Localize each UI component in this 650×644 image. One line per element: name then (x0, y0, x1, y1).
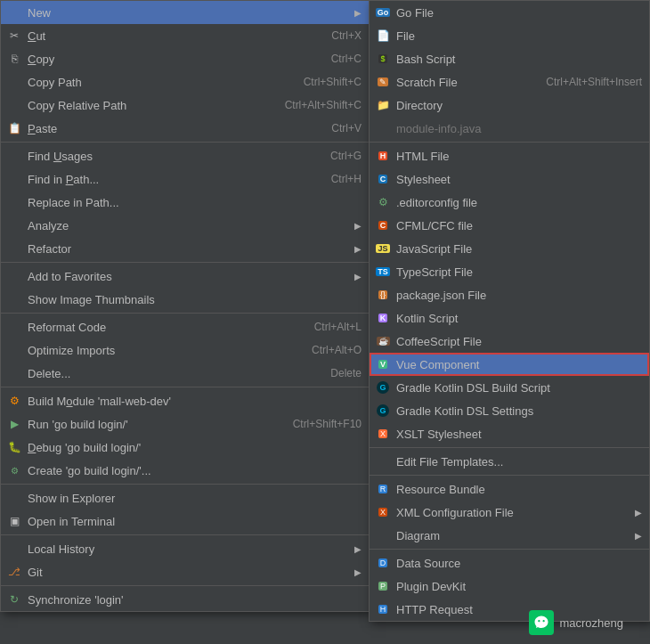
menu-item-gradle-build[interactable]: G Gradle Kotlin DSL Build Script (370, 376, 649, 399)
sep4 (1, 387, 369, 387)
menu-item-find-usages[interactable]: Find Usages Ctrl+G (1, 144, 369, 167)
menu-item-copy[interactable]: ⎘ Copy Ctrl+C (1, 47, 369, 70)
menu-item-find-in-path[interactable]: Find in Path... Ctrl+H (1, 167, 369, 191)
watermark-text: macrozheng (559, 616, 623, 630)
git-label: Git (28, 566, 347, 579)
menu-item-go-file[interactable]: Go Go File (370, 1, 649, 24)
cfml-icon: C (375, 217, 391, 233)
copy-label: Copy (28, 53, 313, 66)
right-sep1 (370, 142, 649, 143)
reformat-icon (6, 319, 22, 335)
menu-item-edit-templates[interactable]: Edit File Templates... (370, 450, 649, 473)
javascript-label: JavaScript File (396, 242, 642, 256)
plugin-icon: P (375, 578, 391, 594)
menu-item-reformat[interactable]: Reformat Code Ctrl+Alt+L (1, 315, 369, 338)
menu-item-new[interactable]: New ▶ (1, 1, 369, 24)
left-context-menu: New ▶ ✂ Cut Ctrl+X ⎘ Copy Ctrl+C Copy Pa… (0, 0, 370, 612)
refactor-label: Refactor (28, 242, 347, 256)
menu-item-optimize[interactable]: Optimize Imports Ctrl+Alt+O (1, 338, 369, 362)
menu-item-resource-bundle[interactable]: R Resource Bundle (370, 477, 649, 501)
menu-item-package-json[interactable]: {} package.json File (370, 283, 649, 306)
favorites-label: Add to Favorites (28, 270, 347, 283)
menu-item-coffeescript[interactable]: ☕ CoffeeScript File (370, 330, 649, 353)
copy-relative-label: Copy Relative Path (28, 99, 267, 112)
menu-item-kotlin[interactable]: K Kotlin Script (370, 306, 649, 330)
menu-item-sync[interactable]: ↻ Synchronize 'login' (1, 588, 369, 611)
vue-label: Vue Component (396, 358, 642, 371)
menu-item-paste[interactable]: 📋 Paste Ctrl+V (1, 117, 369, 140)
delete-icon (6, 365, 22, 381)
sync-icon: ↻ (6, 591, 22, 607)
refactor-icon (6, 240, 22, 257)
git-arrow: ▶ (354, 567, 362, 577)
menu-item-copy-relative-path[interactable]: Copy Relative Path Ctrl+Alt+Shift+C (1, 94, 369, 117)
diagram-arrow: ▶ (635, 531, 642, 541)
menu-item-data-source[interactable]: D Data Source (370, 551, 649, 575)
paste-label: Paste (28, 122, 313, 135)
xml-icon: X (375, 504, 391, 520)
editorconfig-label: .editorconfig file (396, 196, 642, 209)
menu-item-editorconfig[interactable]: ⚙ .editorconfig file (370, 191, 649, 214)
menu-item-analyze[interactable]: Analyze ▶ (1, 214, 369, 237)
menu-item-terminal[interactable]: ▣ Open in Terminal (1, 509, 369, 533)
find-usages-label: Find Usages (28, 150, 313, 163)
html-icon: H (375, 148, 391, 164)
xslt-label: XSLT Stylesheet (396, 428, 642, 441)
menu-item-stylesheet[interactable]: C Stylesheet (370, 167, 649, 191)
find-path-shortcut: Ctrl+H (331, 173, 362, 185)
menu-item-build[interactable]: ⚙ Build Module 'mall-web-dev' (1, 389, 369, 412)
menu-item-copy-path[interactable]: Copy Path Ctrl+Shift+C (1, 70, 369, 94)
menu-item-local-history[interactable]: Local History ▶ (1, 537, 369, 560)
diagram-label: Diagram (396, 529, 628, 542)
xml-arrow: ▶ (635, 508, 642, 518)
sep5 (1, 484, 369, 485)
menu-item-bash[interactable]: $ Bash Script (370, 47, 649, 70)
new-icon (6, 4, 22, 20)
menu-item-javascript[interactable]: JS JavaScript File (370, 237, 649, 260)
analyze-icon (6, 217, 22, 233)
find-path-icon (6, 171, 22, 187)
menu-item-directory[interactable]: 📁 Directory (370, 94, 649, 117)
menu-item-file[interactable]: 📄 File (370, 24, 649, 47)
menu-item-create[interactable]: ⚙ Create 'go build login/'... (1, 459, 369, 482)
analyze-label: Analyze (28, 219, 347, 232)
find-path-label: Find in Path... (28, 173, 313, 186)
menu-item-cfml[interactable]: C CFML/CFC file (370, 214, 649, 237)
menu-item-plugin-devkit[interactable]: P Plugin DevKit (370, 575, 649, 598)
copy-icon: ⎘ (6, 51, 22, 67)
watermark: macrozheng (529, 610, 623, 635)
go-file-icon: Go (375, 4, 391, 20)
menu-item-show-explorer[interactable]: Show in Explorer (1, 486, 369, 509)
menu-item-replace[interactable]: Replace in Path... (1, 191, 369, 214)
analyze-arrow: ▶ (354, 221, 362, 231)
menu-item-delete[interactable]: Delete... Delete (1, 362, 369, 385)
wechat-icon (529, 610, 554, 635)
gradle-settings-label: Gradle Kotlin DSL Settings (396, 404, 642, 418)
menu-item-xml-config[interactable]: X XML Configuration File ▶ (370, 501, 649, 524)
copy-path-label: Copy Path (28, 76, 286, 89)
menu-item-refactor[interactable]: Refactor ▶ (1, 237, 369, 260)
css-icon: C (375, 171, 391, 187)
menu-item-thumbnails[interactable]: Show Image Thumbnails (1, 288, 369, 311)
menu-item-diagram[interactable]: Diagram ▶ (370, 524, 649, 547)
module-info-icon (375, 120, 391, 136)
create-label: Create 'go build login/'... (28, 464, 362, 477)
menu-item-cut[interactable]: ✂ Cut Ctrl+X (1, 24, 369, 47)
menu-item-html[interactable]: H HTML File (370, 144, 649, 167)
menu-item-xslt[interactable]: X XSLT Stylesheet (370, 422, 649, 445)
menu-item-git[interactable]: ⎇ Git ▶ (1, 560, 369, 583)
menu-item-typescript[interactable]: TS TypeScript File (370, 260, 649, 283)
edit-templates-label: Edit File Templates... (396, 455, 642, 469)
menu-item-vue[interactable]: V Vue Component (370, 353, 649, 376)
http-icon: H (375, 601, 391, 617)
menu-item-gradle-settings[interactable]: G Gradle Kotlin DSL Settings (370, 399, 649, 422)
menu-item-run[interactable]: ▶ Run 'go build login/' Ctrl+Shift+F10 (1, 412, 369, 436)
cut-shortcut: Ctrl+X (331, 29, 362, 42)
debug-label: Debug 'go build login/' (28, 441, 362, 454)
thumbnails-label: Show Image Thumbnails (28, 293, 362, 306)
menu-item-debug[interactable]: 🐛 Debug 'go build login/' (1, 436, 369, 459)
menu-item-scratch[interactable]: ✎ Scratch File Ctrl+Alt+Shift+Insert (370, 70, 649, 94)
stylesheet-label: Stylesheet (396, 173, 642, 186)
local-history-label: Local History (28, 542, 347, 556)
menu-item-favorites[interactable]: Add to Favorites ▶ (1, 265, 369, 288)
